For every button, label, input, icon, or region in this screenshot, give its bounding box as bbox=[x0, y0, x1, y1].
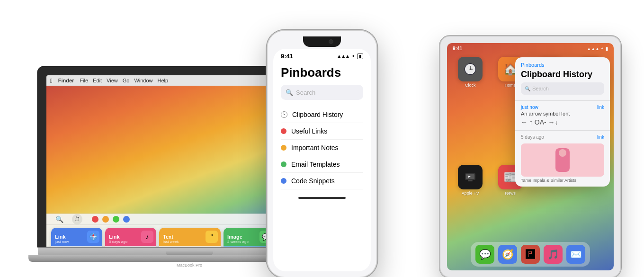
apple-icon:  bbox=[50, 77, 53, 84]
pinboard-label-notes: Important Notes bbox=[291, 144, 339, 152]
dot-red-icon bbox=[281, 128, 286, 134]
search-icon: 🔍 bbox=[525, 86, 530, 91]
macbook-notch bbox=[166, 251, 213, 255]
pinboard-item-notes[interactable]: Important Notes bbox=[281, 140, 363, 156]
finder-card-text[interactable]: Text last week " Boost your productivity… bbox=[159, 228, 221, 247]
iphone-content: Pinboards 🔍 Search Clipboard History Use… bbox=[273, 62, 371, 193]
edit-menu[interactable]: Edit bbox=[93, 78, 102, 83]
clock-app-label: Clock bbox=[465, 83, 476, 88]
panel-item-2-label: Tame Impala & Similar Artists bbox=[521, 178, 604, 183]
pinboard-item-clipboard[interactable]: Clipboard History bbox=[281, 107, 363, 123]
finder-recents-icon[interactable]: ⏱ bbox=[72, 214, 82, 224]
person-figure bbox=[555, 148, 570, 172]
ipad-time: 9:41 bbox=[453, 46, 462, 51]
appletv-app-label: Apple TV bbox=[462, 191, 479, 196]
panel-item-2[interactable]: 5 days ago link Tame Impala & Similar Ar… bbox=[515, 131, 610, 187]
iphone-title: Pinboards bbox=[281, 65, 363, 80]
panel-item-1[interactable]: just now link An arrow symbol font ← ↑ O… bbox=[515, 101, 610, 130]
ipad-dock: 💬 🧭 🅿 🎵 ✉️ bbox=[471, 242, 590, 267]
dot-red bbox=[92, 216, 98, 223]
ipad-panel-search-bar[interactable]: 🔍 Search bbox=[521, 82, 604, 95]
ipad-status-bar: 9:41 ▲▲▲ ⚬ ▮ bbox=[447, 43, 614, 54]
panel-item-2-thumbnail bbox=[521, 143, 604, 177]
finder-search-icon[interactable]: 🔍 bbox=[54, 214, 64, 224]
battery-status-icon: ▮ bbox=[357, 54, 363, 59]
dot-orange bbox=[102, 216, 109, 223]
svg-rect-17 bbox=[468, 180, 473, 181]
home-app-label: Home bbox=[505, 83, 516, 88]
music-icon: ♪ bbox=[141, 231, 153, 243]
dot-green bbox=[113, 216, 119, 223]
dot-blue bbox=[123, 216, 130, 223]
ipad-panel-search-placeholder: Search bbox=[532, 86, 549, 91]
text-icon: " bbox=[206, 231, 218, 243]
iphone-search-bar[interactable]: 🔍 Search bbox=[281, 85, 363, 100]
wifi-status-icon: ⚬ bbox=[351, 54, 355, 59]
iphone-screen: 9:41 ▲▲▲ ⚬ ▮ Pinboards 🔍 Search bbox=[273, 49, 371, 271]
paste-dock-icon[interactable]: 🅿 bbox=[521, 245, 540, 264]
svg-point-11 bbox=[470, 69, 471, 70]
pinboard-item-email-templates[interactable]: Email Templates bbox=[281, 156, 363, 173]
ipad-panel: Pinboards Clipboard History 🔍 Search jus bbox=[515, 57, 610, 187]
pinboard-item-code[interactable]: Code Snippets bbox=[281, 173, 363, 189]
ipad-body: 9:41 ▲▲▲ ⚬ ▮ Clock 🏠 Home bbox=[440, 36, 620, 277]
iphone: 9:41 ▲▲▲ ⚬ ▮ Pinboards 🔍 Search bbox=[268, 31, 376, 277]
panel-item-1-timestamp: just now bbox=[521, 105, 538, 110]
finder-card-link-2[interactable]: Link 5 days ago ♪ Tame Impala & bbox=[105, 228, 156, 247]
iphone-home-indicator bbox=[298, 197, 346, 199]
safari-icon bbox=[87, 231, 99, 243]
person-head bbox=[559, 149, 566, 157]
dot-blue-icon bbox=[281, 178, 286, 184]
clock-icon bbox=[281, 111, 287, 118]
file-menu[interactable]: File bbox=[80, 78, 88, 83]
finder-color-dots bbox=[92, 216, 130, 223]
clock-app-icon bbox=[458, 57, 483, 81]
search-icon: 🔍 bbox=[286, 89, 293, 96]
ipad-screen: 9:41 ▲▲▲ ⚬ ▮ Clock 🏠 Home bbox=[447, 43, 614, 270]
panel-item-2-link[interactable]: link bbox=[597, 134, 604, 140]
search-placeholder: Search bbox=[296, 89, 315, 96]
pinboard-label-clipboard: Clipboard History bbox=[292, 111, 343, 118]
scene:  Finder File Edit View Go Window Help ⊜… bbox=[0, 0, 644, 277]
menubar-items: File Edit View Go Window Help bbox=[80, 78, 168, 83]
music-dock-icon[interactable]: 🎵 bbox=[544, 245, 563, 264]
signal-icon: ▲▲▲ bbox=[337, 54, 349, 59]
iphone-body: 9:41 ▲▲▲ ⚬ ▮ Pinboards 🔍 Search bbox=[268, 31, 376, 277]
pinboard-label-links: Useful Links bbox=[291, 127, 327, 135]
pinboard-label-code: Code Snippets bbox=[291, 177, 335, 185]
panel-item-1-arrow: ← ↑ OA- →↓ bbox=[521, 118, 604, 126]
panel-item-1-text: An arrow symbol font bbox=[521, 111, 604, 116]
ipad-app-clock[interactable]: Clock bbox=[453, 57, 488, 160]
finder-menu-item[interactable]: Finder bbox=[58, 78, 74, 83]
iphone-status-icons: ▲▲▲ ⚬ ▮ bbox=[337, 54, 363, 59]
window-menu[interactable]: Window bbox=[134, 78, 152, 83]
dot-green-icon bbox=[281, 161, 286, 167]
news-app-label: News bbox=[505, 191, 516, 196]
mail-dock-icon[interactable]: ✉️ bbox=[566, 245, 585, 264]
ipad-panel-header: Pinboards Clipboard History 🔍 Search bbox=[515, 57, 610, 100]
panel-item-1-link[interactable]: link bbox=[597, 105, 604, 110]
ipad: 9:41 ▲▲▲ ⚬ ▮ Clock 🏠 Home bbox=[440, 36, 620, 277]
finder-card-link-1[interactable]: Link just now ← ↑ OA- →↓ bbox=[51, 228, 102, 247]
ipad-homescreen: 9:41 ▲▲▲ ⚬ ▮ Clock 🏠 Home bbox=[447, 43, 614, 270]
safari-dock-icon[interactable]: 🧭 bbox=[498, 245, 517, 264]
ipad-panel-title: Clipboard History bbox=[521, 70, 604, 80]
dot-yellow-icon bbox=[281, 145, 286, 151]
finder-card-image[interactable]: Image 2 weeks ago 💬 water scene bbox=[224, 228, 275, 247]
go-menu[interactable]: Go bbox=[123, 78, 130, 83]
messages-dock-icon[interactable]: 💬 bbox=[475, 245, 494, 264]
view-menu[interactable]: View bbox=[107, 78, 118, 83]
appletv-app-icon bbox=[458, 165, 483, 189]
ipad-status-icons: ▲▲▲ ⚬ ▮ bbox=[587, 46, 608, 51]
ipad-panel-back-button[interactable]: Pinboards bbox=[521, 62, 604, 68]
iphone-time: 9:41 bbox=[281, 53, 293, 60]
panel-item-2-timestamp: 5 days ago bbox=[521, 134, 544, 140]
iphone-status-bar: 9:41 ▲▲▲ ⚬ ▮ bbox=[273, 49, 371, 62]
iphone-camera bbox=[329, 39, 333, 44]
iphone-notch bbox=[303, 36, 341, 47]
pinboard-label-email: Email Templates bbox=[291, 161, 340, 168]
help-menu[interactable]: Help bbox=[158, 78, 169, 83]
pinboard-item-links[interactable]: Useful Links bbox=[281, 123, 363, 140]
